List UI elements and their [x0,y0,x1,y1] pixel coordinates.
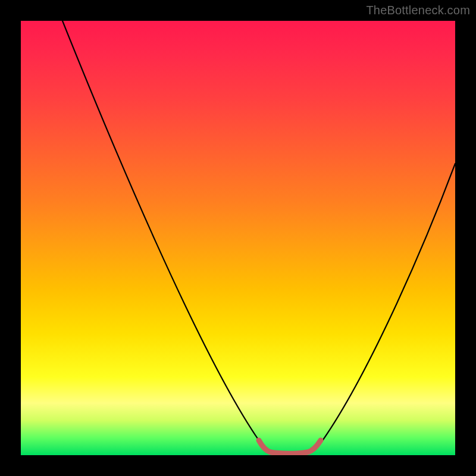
watermark-text: TheBottleneck.com [366,4,470,17]
bottleneck-curve-right [306,164,455,453]
curve-svg [21,21,455,455]
bottleneck-curve-left [62,21,273,453]
plot-area [21,21,455,455]
chart-frame: TheBottleneck.com [0,0,476,476]
optimal-zone-marker [259,440,321,453]
